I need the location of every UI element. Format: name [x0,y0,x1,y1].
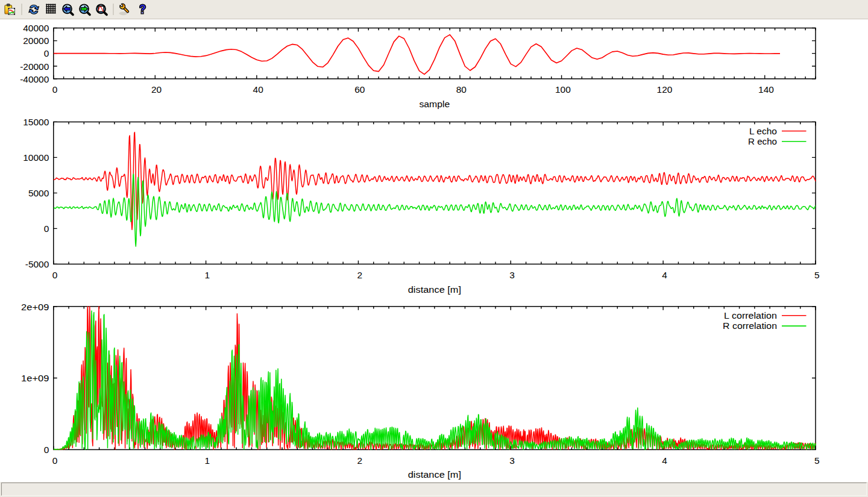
svg-text:L correlation: L correlation [724,311,777,320]
svg-text:40: 40 [253,85,263,95]
svg-text:3: 3 [509,456,515,466]
svg-text:80: 80 [456,85,467,95]
svg-text:4: 4 [662,456,667,466]
svg-text:60: 60 [354,85,365,95]
svg-text:distance [m]: distance [m] [408,470,461,480]
svg-text:5: 5 [814,270,820,280]
svg-text:0: 0 [44,445,49,455]
svg-text:15000: 15000 [23,117,49,127]
svg-text:20: 20 [151,85,162,95]
svg-text:1e+09: 1e+09 [21,374,49,383]
svg-text:2e+09: 2e+09 [21,302,49,312]
svg-text:0: 0 [52,270,58,280]
svg-text:0: 0 [44,49,49,58]
svg-text:3: 3 [509,270,515,280]
svg-text:120: 120 [657,85,673,95]
svg-text:4: 4 [662,270,667,280]
svg-text:-40000: -40000 [20,75,49,84]
svg-text:10000: 10000 [23,153,49,163]
svg-text:100: 100 [555,85,571,95]
svg-text:1: 1 [205,456,210,466]
svg-text:L echo: L echo [749,127,777,136]
svg-text:140: 140 [758,85,774,95]
svg-text:R correlation: R correlation [723,321,777,331]
svg-text:2: 2 [357,456,363,466]
svg-text:2: 2 [357,270,363,280]
svg-text:-20000: -20000 [20,62,49,72]
svg-text:20000: 20000 [23,36,49,46]
svg-text:0: 0 [52,456,58,466]
svg-text:0: 0 [44,224,49,234]
svg-text:1: 1 [205,270,210,280]
svg-text:-5000: -5000 [25,260,49,269]
svg-text:distance [m]: distance [m] [408,285,461,295]
svg-text:5000: 5000 [28,189,49,198]
svg-text:sample: sample [419,99,450,109]
svg-text:5: 5 [814,456,820,466]
svg-text:0: 0 [52,85,58,95]
svg-text:40000: 40000 [23,23,49,33]
svg-text:R echo: R echo [748,137,777,146]
